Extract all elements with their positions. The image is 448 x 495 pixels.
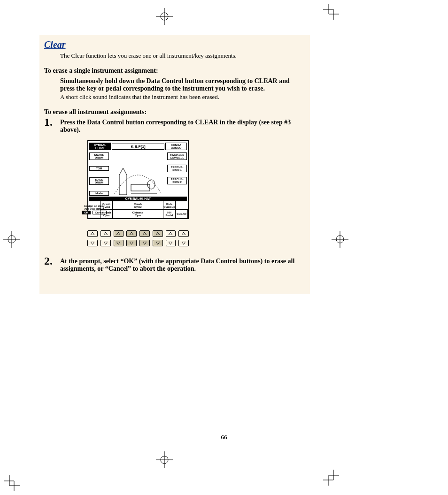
data-control-down-button[interactable]	[126, 240, 137, 246]
data-control-down-button[interactable]	[178, 240, 189, 246]
data-control-down-button[interactable]	[100, 240, 111, 246]
lcd-cell-ridecup: Ride CymCup	[163, 201, 176, 210]
registration-mark-icon	[331, 230, 349, 249]
crop-mark-icon	[4, 475, 20, 491]
svg-point-1	[8, 236, 15, 243]
step-1: Press the Data Control button correspond…	[44, 119, 305, 134]
triangle-down-icon	[169, 242, 172, 244]
svg-point-2	[336, 236, 344, 243]
data-control-up-button[interactable]	[126, 230, 137, 237]
erase-single-heading: To erase a single instrument assignment:	[44, 67, 305, 75]
triangle-up-icon	[130, 232, 133, 235]
lcd-tab-timbales: TIMBALES COWBELL	[167, 152, 187, 160]
lcd-tab-tom: TOM	[89, 166, 109, 171]
lcd-screen: CYMBAL HI-HAT K.B.P[1] CONGA BONGO SNARE…	[87, 140, 189, 219]
triangle-down-icon	[143, 242, 147, 244]
step-2: At the prompt, select “OK” (with the app…	[44, 258, 305, 273]
lcd-tab-percussion2: PERCUS- SION 2	[167, 177, 187, 184]
lcd-dialog: Assign all clear Are you sure ? OK Cance…	[88, 201, 100, 218]
triangle-up-icon	[116, 232, 120, 235]
svg-point-0	[161, 13, 168, 20]
lcd-cell-splash: Splash Cym	[100, 210, 113, 218]
lcd-tab-conga-bongo: CONGA BONGO	[165, 143, 187, 150]
lcd-category-bar: CYMBAL∕HI-HAT	[89, 197, 187, 201]
lcd-tab-percussion1: PERCUS- SION 1	[167, 165, 187, 172]
svg-rect-4	[131, 184, 150, 191]
data-control-down-button[interactable]	[114, 240, 124, 246]
page-number: 66	[0, 434, 448, 441]
triangle-down-icon	[91, 242, 94, 244]
lcd-cell-crash2: Crash Cym2	[113, 201, 163, 210]
data-control-up-button[interactable]	[139, 230, 150, 237]
registration-mark-icon	[155, 450, 174, 469]
triangle-up-icon	[156, 232, 160, 235]
triangle-up-icon	[104, 232, 108, 235]
lcd-lower-grid: Crash Cym1 Crash Cym2 Assign all clear A…	[88, 201, 188, 218]
triangle-down-icon	[182, 242, 185, 244]
data-control-up-button[interactable]	[87, 230, 98, 237]
data-control-up-button[interactable]	[153, 230, 163, 237]
lcd-dialog-ok: OK	[82, 211, 91, 214]
lcd-tab-mode: Mode	[89, 191, 109, 196]
lcd-cell-clear: CLEAR	[176, 210, 188, 218]
triangle-down-icon	[156, 242, 160, 244]
data-control-down-button[interactable]	[87, 240, 98, 246]
crop-mark-icon	[323, 4, 339, 20]
data-control-down-button[interactable]	[166, 240, 176, 246]
step-list-2: At the prompt, select “OK” (with the app…	[44, 258, 305, 273]
crop-mark-icon	[323, 470, 339, 486]
data-control-up-button[interactable]	[114, 230, 124, 237]
step-list: Press the Data Control button correspond…	[44, 119, 305, 134]
data-control-up-button[interactable]	[166, 230, 176, 237]
lcd-tab-cymbal-hihat: CYMBAL HI-HAT	[89, 143, 111, 150]
content-panel: Clear The Clear function lets you erase …	[39, 35, 310, 294]
page: Clear The Clear function lets you erase …	[0, 0, 448, 495]
lcd-cell-empty	[176, 201, 188, 210]
data-control-up-button[interactable]	[100, 230, 111, 237]
triangle-up-icon	[182, 232, 185, 235]
data-control-buttons	[87, 230, 189, 246]
triangle-up-icon	[91, 232, 94, 235]
lcd-cell-hhpedal: HH Pedal	[163, 210, 176, 218]
triangle-down-icon	[130, 242, 133, 244]
lcd-left-column: SNARE DRUM TOM BASS DRUM Mode	[88, 152, 110, 197]
data-control-up-button[interactable]	[178, 230, 189, 237]
triangle-up-icon	[143, 232, 147, 235]
device-figure: CYMBAL HI-HAT K.B.P[1] CONGA BONGO SNARE…	[87, 140, 189, 246]
lcd-tab-snare: SNARE DRUM	[89, 152, 109, 160]
lcd-center-art	[110, 152, 166, 197]
triangle-down-icon	[104, 242, 108, 244]
section-title: Clear	[44, 39, 305, 50]
svg-point-3	[161, 456, 168, 464]
data-control-row	[87, 230, 189, 237]
lcd-cell-chinese: Chinese Cym	[113, 210, 163, 218]
registration-mark-icon	[2, 230, 21, 249]
intro-text: The Clear function lets you erase one or…	[60, 52, 305, 60]
lcd-title: K.B.P[1]	[112, 144, 164, 150]
triangle-up-icon	[169, 232, 172, 235]
triangle-down-icon	[116, 242, 120, 244]
registration-mark-icon	[155, 7, 174, 26]
data-control-row	[87, 240, 189, 246]
erase-single-note: A short click sound indicates that the i…	[60, 93, 305, 101]
data-control-down-button[interactable]	[139, 240, 150, 246]
erase-single-instruction: Simultaneously hold down the Data Contro…	[60, 77, 305, 92]
lcd-right-column: TIMBALES COWBELL PERCUS- SION 1 PERCUS- …	[166, 152, 188, 197]
erase-all-heading: To erase all instrument assignments:	[44, 108, 305, 116]
data-control-down-button[interactable]	[153, 240, 163, 246]
lcd-tab-bass-drum: BASS DRUM	[89, 177, 109, 185]
